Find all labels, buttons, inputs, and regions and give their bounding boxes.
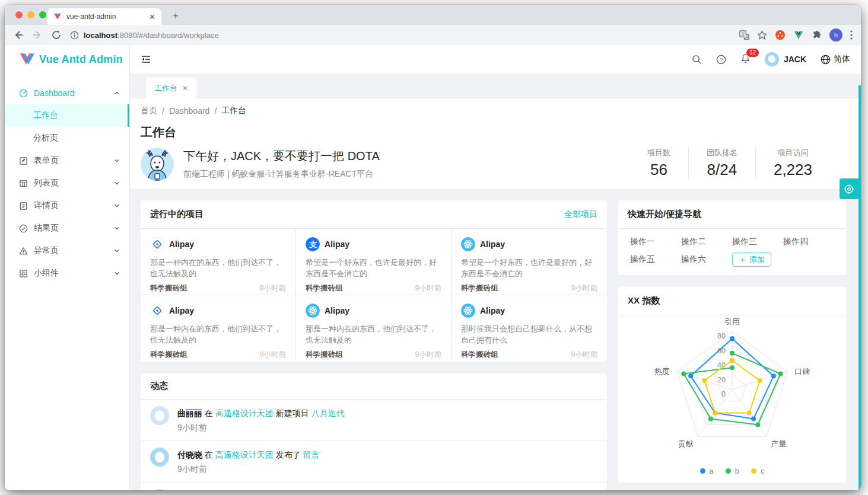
extensions-puzzle-icon[interactable] — [812, 30, 822, 40]
page-tab-close-icon[interactable]: ✕ — [182, 84, 188, 92]
forward-icon[interactable] — [32, 30, 43, 40]
add-quick-link-button[interactable]: ＋添加 — [732, 253, 771, 267]
project-group[interactable]: 科学搬砖组 — [306, 283, 343, 293]
sidebar-item-label: 异常页 — [34, 245, 108, 256]
search-icon[interactable] — [692, 55, 702, 65]
dashboard-icon — [19, 89, 28, 98]
notifications-button[interactable]: 12 — [740, 53, 751, 66]
quick-link-1[interactable]: 操作一 — [630, 237, 681, 247]
close-window-button[interactable] — [15, 11, 23, 18]
settings-gear-button[interactable] — [840, 178, 859, 199]
maximize-window-button[interactable] — [39, 11, 46, 18]
project-card[interactable]: Alipay 那时候我只会想自己想要什么，从不想自己拥有什么 科学搬砖组9小时前 — [452, 295, 607, 362]
quick-link-6[interactable]: 操作六 — [681, 254, 732, 265]
breadcrumb-home[interactable]: 首页 — [141, 106, 157, 116]
globe-icon — [821, 55, 831, 65]
user-menu[interactable]: JACK — [765, 52, 806, 66]
sidebar-item-dashboard[interactable]: Dashboard — [5, 82, 129, 104]
project-card[interactable]: Alipay 那是一种内在的东西，他们到达不了，也无法触及的 科学搬砖组9小时前 — [296, 295, 452, 362]
project-name[interactable]: Alipay — [325, 306, 349, 315]
project-name[interactable]: Alipay — [325, 239, 349, 249]
legend-item-a[interactable]: a — [700, 467, 714, 475]
appstore-icon — [19, 269, 28, 278]
project-group[interactable]: 科学搬砖组 — [461, 350, 498, 360]
sidebar-item-analysis[interactable]: 分析页 — [5, 127, 129, 149]
activity-target-link[interactable]: 高逼格设计天团 — [215, 408, 274, 418]
quick-link-4[interactable]: 操作四 — [783, 237, 834, 247]
quick-link-5[interactable]: 操作五 — [630, 254, 681, 265]
project-name[interactable]: Alipay — [169, 306, 194, 315]
site-info-icon[interactable] — [70, 31, 79, 40]
project-time: 9小时前 — [260, 350, 286, 360]
activity-object-link[interactable]: 留言 — [303, 450, 320, 459]
alipay-logo-icon: 支 — [306, 237, 320, 251]
sidebar-item-profile[interactable]: 详情页 — [5, 194, 129, 217]
settings-drawer-edge[interactable] — [859, 85, 861, 490]
legend-item-c[interactable]: c — [751, 467, 765, 475]
app-logo[interactable]: Vue Antd Admin — [5, 45, 129, 74]
bookmark-star-icon[interactable] — [757, 30, 767, 40]
sidebar-item-label: 列表页 — [34, 178, 108, 189]
quick-link-3[interactable]: 操作三 — [732, 237, 783, 247]
project-group[interactable]: 科学搬砖组 — [461, 283, 498, 293]
project-group[interactable]: 科学搬砖组 — [306, 350, 343, 360]
sidebar-item-result[interactable]: 结果页 — [5, 217, 129, 239]
project-card[interactable]: 支 Alipay 希望是一个好东西，也许是最好的，好东西是不会消亡的 科学搬砖组… — [296, 229, 452, 295]
project-time: 9小时前 — [571, 350, 597, 360]
stat-label: 团队排名 — [707, 148, 737, 158]
stat-projects: 项目数 56 — [629, 148, 688, 179]
sidebar-item-form[interactable]: 表单页 — [5, 149, 129, 172]
tab-close-icon[interactable]: ✕ — [149, 13, 155, 21]
page-tab-label: 工作台 — [154, 83, 177, 94]
project-group[interactable]: 科学搬砖组 — [150, 350, 187, 360]
activity-user[interactable]: 曲丽丽 — [177, 408, 202, 418]
project-time: 9小时前 — [415, 350, 441, 360]
quick-link-2[interactable]: 操作二 — [681, 237, 732, 247]
reload-icon[interactable] — [51, 30, 62, 40]
new-tab-button[interactable]: + — [168, 9, 183, 23]
url-text[interactable]: localhost:8080/#/dashboard/workplace — [84, 31, 219, 40]
sidebar-item-list[interactable]: 列表页 — [5, 172, 129, 194]
project-card[interactable]: Alipay 希望是一个好东西，也许是最好的，好东西是不会消亡的 科学搬砖组9小… — [452, 229, 607, 295]
activity-target-link[interactable]: 高逼格设计天团 — [215, 450, 274, 459]
project-time: 9小时前 — [415, 283, 441, 293]
legend-item-b[interactable]: b — [726, 467, 739, 475]
chart-legend: a b c — [618, 467, 846, 475]
menu-fold-icon[interactable] — [141, 54, 151, 65]
activity-object-link[interactable]: 八月迭代 — [311, 408, 345, 418]
back-icon[interactable] — [13, 30, 24, 40]
chevron-up-icon — [114, 90, 120, 96]
project-name[interactable]: Alipay — [480, 306, 505, 315]
sidebar-item-workplace[interactable]: 工作台 — [5, 104, 129, 127]
help-icon[interactable]: ? — [716, 55, 726, 65]
browser-menu-icon[interactable] — [850, 30, 853, 40]
sidebar-item-exception[interactable]: 异常页 — [5, 239, 129, 262]
extension-orange-icon[interactable] — [775, 30, 786, 40]
legend-label: b — [735, 467, 739, 475]
breadcrumb-dashboard[interactable]: Dashboard — [169, 106, 210, 116]
app-logo-text: Vue Antd Admin — [39, 53, 123, 66]
chevron-down-icon — [114, 248, 120, 254]
antd-logo-icon — [150, 304, 164, 318]
minimize-window-button[interactable] — [27, 11, 34, 18]
all-projects-link[interactable]: 全部项目 — [564, 209, 597, 220]
projects-card: 进行中的项目 全部项目 Alipay 那是一种内在的东西，他们到达不了，也无法触… — [141, 200, 607, 362]
project-group[interactable]: 科学搬砖组 — [150, 283, 187, 293]
project-card[interactable]: Alipay 那是一种内在的东西，他们到达不了，也无法触及的 科学搬砖组9小时前 — [141, 295, 296, 362]
vue-devtools-icon[interactable] — [793, 30, 804, 40]
profile-avatar[interactable]: h — [829, 28, 842, 41]
browser-tab[interactable]: vue-antd-admin ✕ — [47, 8, 161, 25]
browser-tab-title: vue-antd-admin — [66, 12, 144, 21]
sidebar-item-widgets[interactable]: 小组件 — [5, 262, 129, 285]
sidebar-item-label: Dashboard — [34, 88, 108, 98]
project-name[interactable]: Alipay — [480, 239, 505, 249]
svg-text:支: 支 — [309, 240, 317, 249]
project-card[interactable]: Alipay 那是一种内在的东西，他们到达不了，也无法触及的 科学搬砖组9小时前 — [141, 229, 296, 295]
project-name[interactable]: Alipay — [169, 239, 194, 249]
activity-user[interactable]: 付晓晓 — [177, 450, 202, 459]
notification-badge: 12 — [746, 48, 759, 58]
language-switcher[interactable]: 简体 — [821, 54, 850, 65]
address-bar[interactable]: localhost:8080/#/dashboard/workplace — [70, 31, 732, 40]
page-tab-workplace[interactable]: 工作台 ✕ — [146, 78, 196, 98]
translate-icon[interactable]: 文 A — [739, 30, 749, 40]
